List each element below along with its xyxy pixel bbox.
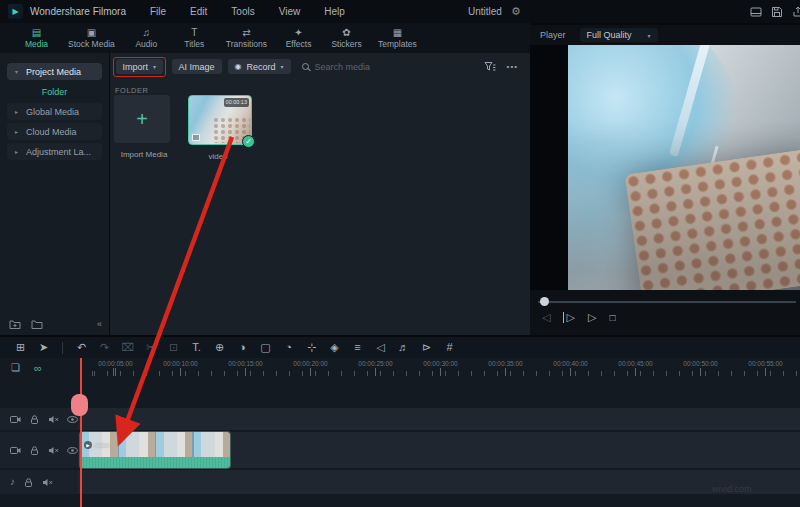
audio-track-icon: ♪	[10, 477, 15, 487]
playhead-line[interactable]	[80, 358, 82, 507]
keyframe-icon[interactable]: ◈	[323, 342, 346, 353]
transport-controls: ◁▷▷□	[542, 312, 615, 323]
save-icon[interactable]	[771, 6, 783, 18]
lock-icon[interactable]	[29, 414, 40, 425]
manage-tracks-icon[interactable]: ❏	[11, 363, 20, 373]
menu-help[interactable]: Help	[324, 6, 345, 17]
import-media-card[interactable]: + Import Media	[114, 95, 174, 161]
new-folder-icon[interactable]	[9, 319, 21, 330]
chevron-icon: ▾	[15, 68, 21, 75]
player-panel: Player Full Quality ▾ ◁▷▷□	[530, 25, 800, 335]
more-options-icon[interactable]: •••	[507, 62, 518, 71]
mute-icon[interactable]	[48, 445, 59, 456]
auto-ripple-link-icon[interactable]: ∞	[34, 363, 42, 374]
motion-tracking-icon[interactable]: ⊹	[300, 342, 323, 353]
video-preview	[530, 45, 800, 290]
lock-icon[interactable]	[23, 477, 34, 488]
adjust-icon[interactable]: ≡	[346, 342, 369, 353]
plus-icon: +	[136, 108, 148, 131]
sidebar-item-adjustment-layer[interactable]: ▸ Adjustment La...	[7, 143, 102, 160]
search-input[interactable]	[315, 62, 425, 72]
chroma-key-icon[interactable]: ▢	[254, 342, 277, 353]
playhead-grip[interactable]	[71, 394, 88, 416]
audio-track-1[interactable]: ♪	[0, 470, 800, 494]
mute-icon[interactable]	[42, 477, 53, 488]
audio-mixer-icon[interactable]: ♬	[392, 342, 415, 353]
player-label: Player	[540, 30, 566, 40]
marker-icon[interactable]: #	[438, 342, 461, 353]
render-preview-icon[interactable]: ⊳	[415, 342, 438, 353]
chevron-icon: ▸	[15, 148, 21, 155]
tab-media[interactable]: ▤ Media	[20, 27, 53, 49]
menu-view[interactable]: View	[279, 6, 301, 17]
folder-tree-icon[interactable]	[31, 319, 43, 330]
video-track-2[interactable]	[0, 408, 800, 430]
app-logo-icon: ▶	[8, 4, 23, 19]
menu-tools[interactable]: Tools	[231, 6, 254, 17]
eye-icon[interactable]	[67, 445, 78, 456]
stop-button[interactable]: □	[609, 313, 615, 323]
chevron-down-icon: ▾	[153, 63, 156, 70]
tab-titles[interactable]: T Titles	[178, 27, 211, 49]
export-icon[interactable]	[792, 6, 800, 18]
lock-icon[interactable]	[29, 445, 40, 456]
settings-gear-icon[interactable]: ⚙	[511, 6, 521, 17]
timeline-clip[interactable]: ▶ video	[80, 432, 230, 468]
ai-image-button[interactable]: AI Image	[172, 59, 222, 74]
effects-icon: ✦	[294, 27, 302, 38]
undo-icon[interactable]: ↶	[70, 342, 93, 353]
next-frame-button[interactable]: ▷	[563, 312, 574, 323]
menu-file[interactable]: File	[150, 6, 166, 17]
timeline-toolbar: ⊞➤↶↷⌧✂⊡T.⊕◑▢◔⊹◈≡◁♬⊳#	[0, 337, 800, 358]
collapse-sidebar-button[interactable]: «	[97, 319, 102, 329]
crop-icon[interactable]: ⊡	[162, 342, 185, 353]
filter-icon[interactable]	[484, 61, 496, 72]
transitions-icon: ⇄	[242, 27, 250, 38]
media-type-icon	[192, 134, 200, 141]
import-button[interactable]: Import ▾	[116, 59, 164, 74]
select-tool-icon[interactable]: ➤	[32, 342, 55, 353]
menu-edit[interactable]: Edit	[190, 6, 207, 17]
watermark: wivid.com	[712, 484, 752, 494]
selected-check-icon: ✓	[242, 135, 255, 148]
sidebar-item-cloud-media[interactable]: ▸ Cloud Media	[7, 123, 102, 140]
seek-handle[interactable]	[540, 297, 549, 306]
tab-audio[interactable]: ♫ Audio	[130, 27, 163, 49]
video-track-icon	[10, 414, 21, 425]
mute-clip-icon[interactable]: ◁	[369, 342, 392, 353]
tab-effects[interactable]: ✦ Effects	[282, 27, 315, 49]
tab-templates[interactable]: ▦ Templates	[378, 27, 417, 49]
tab-transitions[interactable]: ⇄ Transitions	[226, 27, 267, 49]
stickers-icon: ✿	[342, 27, 350, 38]
app-name: Wondershare Filmora	[30, 6, 126, 17]
layout-icon[interactable]	[750, 6, 762, 18]
seek-slider[interactable]	[538, 297, 796, 306]
mute-icon[interactable]	[48, 414, 59, 425]
play-button[interactable]: ▷	[588, 312, 596, 323]
video-media-card[interactable]: 00:00:13 ✓ video	[188, 95, 248, 161]
record-button[interactable]: ◉ Record ▾	[228, 59, 291, 74]
clip-name: video	[95, 442, 109, 448]
color-icon[interactable]: ◑	[231, 342, 254, 353]
tab-stock-media[interactable]: ▣ Stock Media	[68, 27, 115, 49]
chevron-down-icon: ▾	[648, 32, 651, 39]
redo-icon[interactable]: ↷	[93, 342, 116, 353]
preview-frame	[568, 45, 800, 290]
previous-frame-button[interactable]: ◁	[542, 312, 550, 323]
text-tool-icon[interactable]: T.	[185, 342, 208, 353]
video-card-label: video	[188, 152, 248, 161]
sidebar-item-folder[interactable]: Folder	[7, 83, 102, 100]
toolbar-divider[interactable]	[62, 342, 63, 354]
delete-icon[interactable]: ⌧	[116, 342, 139, 353]
chevron-icon: ▸	[15, 108, 21, 115]
tab-stickers[interactable]: ✿ Stickers	[330, 27, 363, 49]
sidebar-item-global-media[interactable]: ▸ Global Media	[7, 103, 102, 120]
sidebar-item-project-media[interactable]: ▾ Project Media	[7, 63, 102, 80]
quality-dropdown[interactable]: Full Quality ▾	[580, 28, 658, 42]
templates-icon: ▦	[393, 27, 402, 38]
speed-icon[interactable]: ◔	[277, 342, 300, 353]
split-icon[interactable]: ✂	[139, 342, 162, 353]
timeline-ruler[interactable]: 00:00:05:0000:00:10:0000:00:15:0000:00:2…	[78, 358, 800, 378]
media-grid-icon[interactable]: ⊞	[9, 342, 32, 353]
zoom-icon[interactable]: ⊕	[208, 342, 231, 353]
